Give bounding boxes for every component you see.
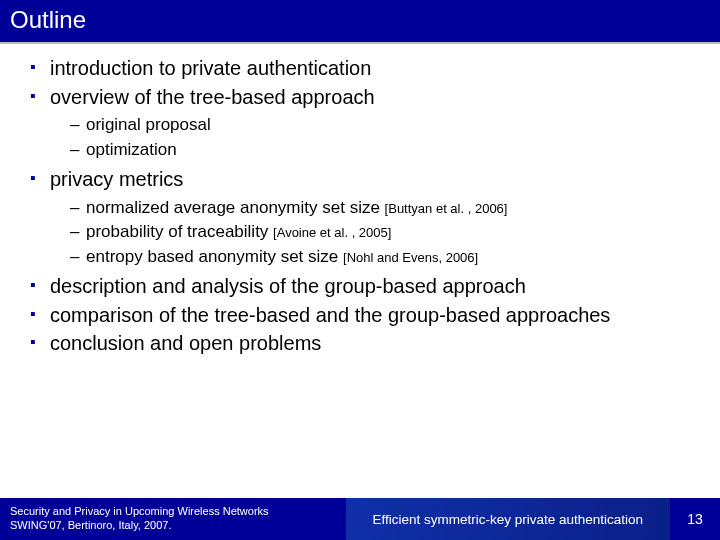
- sublist-item: probability of traceability [Avoine et a…: [50, 221, 696, 243]
- sublist-item: entropy based anonymity set size [Nohl a…: [50, 246, 696, 268]
- sublist-item-text: probability of traceability: [86, 222, 273, 241]
- sublist-item-text: original proposal: [86, 115, 211, 134]
- page-number: 13: [687, 511, 703, 527]
- list-item: conclusion and open problems: [24, 331, 696, 357]
- footer-venue-line2: SWING'07, Bertinoro, Italy, 2007.: [10, 519, 336, 533]
- citation: [Avoine et al. , 2005]: [273, 225, 391, 240]
- footer-left: Security and Privacy in Upcoming Wireles…: [0, 498, 346, 540]
- list-item-text: conclusion and open problems: [50, 332, 321, 354]
- sublist-item-text: entropy based anonymity set size: [86, 247, 343, 266]
- footer-venue-line1: Security and Privacy in Upcoming Wireles…: [10, 505, 336, 519]
- slide-title: Outline: [10, 6, 710, 34]
- list-item: comparison of the tree-based and the gro…: [24, 303, 696, 329]
- list-item-text: overview of the tree-based approach: [50, 86, 375, 108]
- slide-content: introduction to private authentication o…: [0, 44, 720, 498]
- footer-mid: Efficient symmetric-key private authenti…: [346, 498, 670, 540]
- citation: [Nohl and Evens, 2006]: [343, 250, 478, 265]
- title-bar: Outline: [0, 0, 720, 44]
- list-item: introduction to private authentication: [24, 56, 696, 82]
- sublist: original proposal optimization: [50, 114, 696, 161]
- list-item: privacy metrics normalized average anony…: [24, 167, 696, 268]
- footer: Security and Privacy in Upcoming Wireles…: [0, 498, 720, 540]
- sublist-item: optimization: [50, 139, 696, 161]
- outline-list: introduction to private authentication o…: [24, 56, 696, 357]
- list-item: overview of the tree-based approach orig…: [24, 85, 696, 161]
- list-item-text: description and analysis of the group-ba…: [50, 275, 526, 297]
- footer-subtitle: Efficient symmetric-key private authenti…: [372, 512, 643, 527]
- list-item-text: privacy metrics: [50, 168, 183, 190]
- sublist: normalized average anonymity set size [B…: [50, 197, 696, 268]
- sublist-item: normalized average anonymity set size [B…: [50, 197, 696, 219]
- slide: Outline introduction to private authenti…: [0, 0, 720, 540]
- list-item: description and analysis of the group-ba…: [24, 274, 696, 300]
- sublist-item: original proposal: [50, 114, 696, 136]
- sublist-item-text: optimization: [86, 140, 177, 159]
- list-item-text: introduction to private authentication: [50, 57, 371, 79]
- sublist-item-text: normalized average anonymity set size: [86, 198, 385, 217]
- citation: [Buttyan et al. , 2006]: [385, 201, 508, 216]
- list-item-text: comparison of the tree-based and the gro…: [50, 304, 610, 326]
- footer-page: 13: [670, 498, 720, 540]
